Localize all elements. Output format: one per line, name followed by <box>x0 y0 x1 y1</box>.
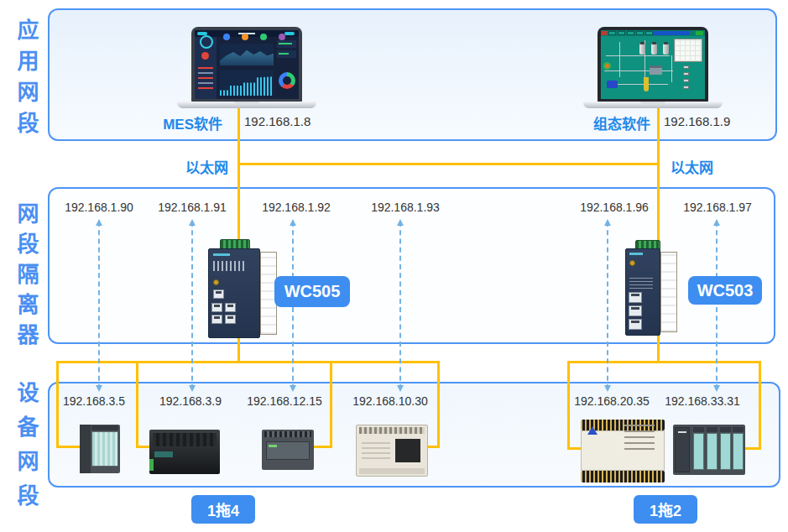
wc505-badge: WC505 <box>274 276 350 307</box>
ethernet-line-horizontal <box>237 163 660 165</box>
scada-hmi-screen <box>601 30 705 99</box>
bus-elbow-6 <box>744 447 761 450</box>
mes-ip-label: 192.168.1.8 <box>244 114 311 128</box>
nat-mapping-arrow-1 <box>98 222 100 389</box>
plc-device-3 <box>262 430 314 470</box>
plc-ip-4: 192.168.10.30 <box>352 394 428 408</box>
scada-software-label: 组态软件 <box>579 112 650 133</box>
wc505-device <box>206 239 280 340</box>
tag-1-to-2: 1拖2 <box>634 495 697 524</box>
wc503-side-panel <box>660 252 677 332</box>
isolator-port-ip-1: 192.168.1.90 <box>65 201 133 214</box>
isolator-port-ip-2: 192.168.1.91 <box>158 201 227 214</box>
section-label-device: 设备网段 <box>14 381 38 519</box>
plc-ip-1: 192.168.3.5 <box>63 394 125 408</box>
device-bus-right <box>567 361 761 363</box>
wc503-antenna-connector <box>629 260 635 266</box>
network-topology-diagram: 应用网段 网段隔离器 设备网段 <box>0 0 788 532</box>
bus-drop-1 <box>56 361 59 448</box>
nat-mapping-arrow-2 <box>191 222 193 389</box>
bus-drop-3 <box>330 361 332 448</box>
mes-software-label: MES软件 <box>151 112 222 133</box>
isolator-port-ip-5: 192.168.1.96 <box>580 201 649 214</box>
nat-mapping-arrow-4 <box>399 222 401 389</box>
nat-mapping-arrow-5 <box>607 222 608 389</box>
bus-elbow-3 <box>313 446 332 448</box>
isolator-port-ip-3: 192.168.1.92 <box>262 201 331 214</box>
plc-device-4 <box>356 425 428 477</box>
isolator-port-ip-4: 192.168.1.93 <box>371 201 440 214</box>
plc-device-5 <box>581 420 665 482</box>
device-bus-left <box>56 361 440 363</box>
plc-ip-3: 192.168.12.15 <box>247 394 322 408</box>
plc-device-2 <box>149 430 220 474</box>
ethernet-label-left: 以太网 <box>159 156 228 177</box>
bus-drop-5 <box>567 361 570 450</box>
plc-ip-5: 192.168.20.35 <box>574 394 650 408</box>
wc505-antenna-connector <box>213 279 219 285</box>
wc503-device <box>623 240 680 337</box>
wc503-badge: WC503 <box>688 276 762 305</box>
scada-laptop-base <box>583 102 723 108</box>
nat-mapping-arrow-6 <box>716 222 718 389</box>
section-label-isolator: 网段隔离器 <box>14 202 38 353</box>
bus-drop-6 <box>759 361 761 450</box>
plc-ip-6: 192.168.33.31 <box>665 394 740 408</box>
plc-device-1 <box>80 425 120 473</box>
tag-1-to-4: 1拖4 <box>191 495 255 524</box>
bus-drop-4 <box>437 361 440 448</box>
plc-ip-2: 192.168.3.9 <box>159 394 222 408</box>
scada-ip-label: 192.168.1.9 <box>664 114 730 128</box>
mes-laptop-base <box>177 102 316 108</box>
mes-dashboard-screen <box>195 30 299 99</box>
isolator-port-ip-6: 192.168.1.97 <box>683 201 752 214</box>
plc-device-6 <box>673 425 745 475</box>
section-label-application: 应用网段 <box>14 18 38 143</box>
bus-drop-2 <box>136 361 138 448</box>
ethernet-label-right: 以太网 <box>671 156 713 177</box>
